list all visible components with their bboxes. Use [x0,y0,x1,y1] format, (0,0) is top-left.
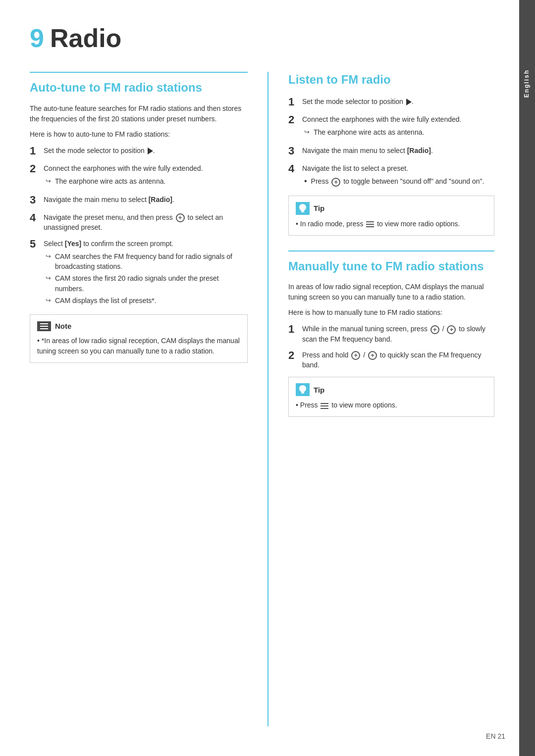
tip-content-2: • Press to view more options. [296,400,487,410]
left-step-3: 3 Navigate the main menu to select [Radi… [30,194,248,206]
nav-icon-7 [368,351,377,360]
right-step-4: 4 Navigate the list to select a preset. … [288,162,494,189]
left-steps-list: 1 Set the mode selector to position . 2 … [30,145,248,308]
manual-step-1: 1 While in the manual tuning screen, pre… [288,323,494,344]
left-step-2: 2 Connect the earphones with the wire fu… [30,162,248,189]
right-section1-heading: Listen to FM radio [288,72,494,87]
sub-item: ↪ CAM displays the list of presets*. [44,296,248,305]
tip-box-2: Tip • Press to view more options. [288,377,494,417]
section2-divider [288,251,494,252]
left-step2-sublist: ↪ The earphone wire acts as antenna. [44,176,248,186]
tip-icon-2 [296,383,310,396]
note-box: Note • *In areas of low radio signal rec… [30,314,248,363]
manual-intro-1: In areas of low radio signal reception, … [288,282,494,302]
page-title: 9Radio [30,20,494,57]
manual-step-2: 2 Press and hold / to quickly scan the F… [288,349,494,370]
right-step2-sublist: ↪ The earphone wire acts as antenna. [302,127,494,137]
tip-header-2: Tip [296,383,487,396]
side-tab-label: English [523,69,531,98]
right-step4-bullets: • Press to toggle between "sound off" an… [302,176,494,187]
left-column: Auto-tune to FM radio stations The auto-… [30,72,248,726]
play-icon [148,148,153,154]
nav-icon-5 [447,325,456,334]
sub-item: ↪ CAM stores the first 20 radio signals … [44,273,248,294]
right-step-1: 1 Set the mode selector to position . [288,96,494,108]
intro-text-1: The auto-tune feature searches for FM ra… [30,103,248,124]
sub-item: ↪ The earphone wire acts as antenna. [44,176,248,186]
side-tab: English [519,0,535,756]
right-steps-list-2: 1 While in the manual tuning screen, pre… [288,323,494,370]
nav-icon-3 [331,178,340,187]
page-footer: EN 21 [486,731,505,741]
tip-header-1: Tip [296,202,487,215]
section1-heading: Auto-tune to FM radio stations [30,80,248,95]
left-step-4: 4 Navigate the preset menu, and then pre… [30,211,248,233]
svg-rect-3 [301,212,304,213]
svg-rect-0 [40,323,48,324]
svg-rect-2 [40,328,48,329]
left-step2-text: Connect the earphones with the wire full… [44,164,203,172]
svg-rect-4 [301,393,304,394]
intro-text-2: Here is how to auto-tune to FM radio sta… [30,129,248,140]
right-step-2: 2 Connect the earphones with the wire fu… [288,113,494,140]
tip-label-2: Tip [314,385,324,396]
left-step5-sublist: ↪ CAM searches the FM frequency band for… [44,252,248,305]
nav-icon-4 [430,325,439,334]
left-step-5: 5 Select [Yes] to confirm the screen pro… [30,238,248,308]
note-icon [37,321,51,331]
note-header: Note [37,321,240,332]
bullet-item: • Press to toggle between "sound off" an… [302,176,494,187]
note-label: Note [55,321,71,332]
menu-icon-2 [321,402,328,410]
nav-icon-6 [351,351,360,360]
sub-item: ↪ CAM searches the FM frequency band for… [44,252,248,272]
two-column-layout: Auto-tune to FM radio stations The auto-… [30,72,494,726]
sub-item: ↪ The earphone wire acts as antenna. [302,127,494,137]
right-column: Listen to FM radio 1 Set the mode select… [268,72,494,726]
right-section1: Listen to FM radio 1 Set the mode select… [288,72,494,236]
tip-icon-1 [296,202,310,215]
left-step-1: 1 Set the mode selector to position . [30,145,248,157]
nav-icon [176,213,185,222]
menu-icon-1 [366,220,374,229]
manual-intro-2: Here is how to manually tune to FM radio… [288,307,494,318]
title-text: Radio [50,24,121,52]
right-section2-heading: Manually tune to FM radio stations [288,258,494,274]
section-divider [30,72,248,73]
right-step-3: 3 Navigate the main menu to select [Radi… [288,145,494,157]
tip-content-1: • In radio mode, press to view more radi… [296,219,487,229]
main-content: 9Radio Auto-tune to FM radio stations Th… [0,0,519,756]
tip-label-1: Tip [314,203,324,214]
play-icon-2 [406,99,412,105]
svg-rect-1 [40,326,48,327]
left-step1-text: Set the mode selector to position [44,147,147,154]
tip-box-1: Tip • In radio mode, press to view more … [288,196,494,236]
chapter-number: 9 [30,24,44,52]
right-steps-list-1: 1 Set the mode selector to position . 2 … [288,96,494,189]
note-content: • *In areas of low radio signal receptio… [37,336,240,356]
right-section2: Manually tune to FM radio stations In ar… [288,251,494,417]
